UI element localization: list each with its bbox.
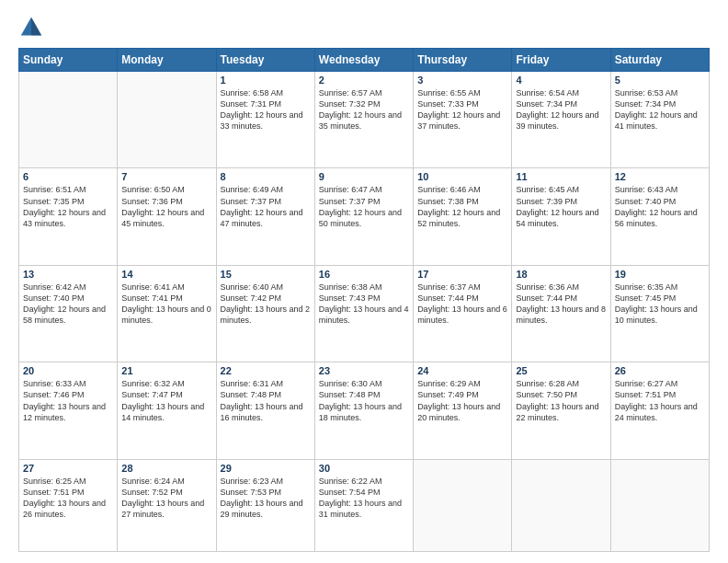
calendar-cell: 24Sunrise: 6:29 AMSunset: 7:49 PMDayligh… [414,362,512,459]
day-info: Sunrise: 6:22 AMSunset: 7:54 PMDaylight:… [319,476,409,521]
calendar-cell: 13Sunrise: 6:42 AMSunset: 7:40 PMDayligh… [19,265,118,362]
day-number: 21 [121,365,211,376]
day-info: Sunrise: 6:37 AMSunset: 7:44 PMDaylight:… [417,282,507,327]
day-number: 10 [417,171,507,182]
calendar-cell: 7Sunrise: 6:50 AMSunset: 7:36 PMDaylight… [118,168,216,265]
calendar-cell: 17Sunrise: 6:37 AMSunset: 7:44 PMDayligh… [414,265,512,362]
calendar-cell: 3Sunrise: 6:55 AMSunset: 7:33 PMDaylight… [414,72,512,168]
calendar-cell: 4Sunrise: 6:54 AMSunset: 7:34 PMDaylight… [512,72,610,168]
day-number: 7 [121,171,211,182]
day-info: Sunrise: 6:29 AMSunset: 7:49 PMDaylight:… [417,378,507,423]
week-row-2: 6Sunrise: 6:51 AMSunset: 7:35 PMDaylight… [19,168,710,265]
weekday-header-tuesday: Tuesday [216,49,314,72]
weekday-header-thursday: Thursday [414,49,512,72]
calendar-cell: 30Sunrise: 6:22 AMSunset: 7:54 PMDayligh… [314,459,413,551]
calendar-cell [19,72,118,168]
calendar-cell: 22Sunrise: 6:31 AMSunset: 7:48 PMDayligh… [216,362,314,459]
day-number: 18 [516,269,606,280]
day-info: Sunrise: 6:42 AMSunset: 7:40 PMDaylight:… [23,282,113,327]
calendar-cell: 18Sunrise: 6:36 AMSunset: 7:44 PMDayligh… [512,265,610,362]
day-info: Sunrise: 6:53 AMSunset: 7:34 PMDaylight:… [615,87,705,132]
calendar-cell: 19Sunrise: 6:35 AMSunset: 7:45 PMDayligh… [610,265,709,362]
day-number: 28 [121,463,211,474]
weekday-header-saturday: Saturday [610,49,709,72]
calendar-cell: 2Sunrise: 6:57 AMSunset: 7:32 PMDaylight… [314,72,413,168]
day-info: Sunrise: 6:30 AMSunset: 7:48 PMDaylight:… [319,378,409,423]
weekday-header-monday: Monday [118,49,216,72]
day-info: Sunrise: 6:46 AMSunset: 7:38 PMDaylight:… [417,184,507,229]
day-info: Sunrise: 6:27 AMSunset: 7:51 PMDaylight:… [615,378,705,423]
day-number: 12 [615,171,705,182]
day-number: 8 [221,171,311,182]
day-number: 14 [121,269,211,280]
day-info: Sunrise: 6:47 AMSunset: 7:37 PMDaylight:… [319,184,409,229]
calendar-cell: 9Sunrise: 6:47 AMSunset: 7:37 PMDaylight… [314,168,413,265]
week-row-3: 13Sunrise: 6:42 AMSunset: 7:40 PMDayligh… [19,265,710,362]
day-info: Sunrise: 6:31 AMSunset: 7:48 PMDaylight:… [221,378,311,423]
header [18,15,710,40]
week-row-5: 27Sunrise: 6:25 AMSunset: 7:51 PMDayligh… [19,459,710,551]
day-number: 17 [417,269,507,280]
week-row-4: 20Sunrise: 6:33 AMSunset: 7:46 PMDayligh… [19,362,710,459]
day-info: Sunrise: 6:50 AMSunset: 7:36 PMDaylight:… [121,184,211,229]
day-number: 23 [319,365,409,376]
weekday-header-row: SundayMondayTuesdayWednesdayThursdayFrid… [19,49,710,72]
day-number: 26 [615,365,705,376]
day-number: 29 [221,463,311,474]
calendar-cell: 29Sunrise: 6:23 AMSunset: 7:53 PMDayligh… [216,459,314,551]
calendar-cell: 25Sunrise: 6:28 AMSunset: 7:50 PMDayligh… [512,362,610,459]
calendar-cell: 12Sunrise: 6:43 AMSunset: 7:40 PMDayligh… [610,168,709,265]
day-number: 3 [417,75,507,86]
calendar-cell [118,72,216,168]
day-number: 25 [516,365,606,376]
day-number: 11 [516,171,606,182]
week-row-1: 1Sunrise: 6:58 AMSunset: 7:31 PMDaylight… [19,72,710,168]
day-info: Sunrise: 6:40 AMSunset: 7:42 PMDaylight:… [221,282,311,327]
day-number: 9 [319,171,409,182]
calendar-cell: 8Sunrise: 6:49 AMSunset: 7:37 PMDaylight… [216,168,314,265]
day-info: Sunrise: 6:45 AMSunset: 7:39 PMDaylight:… [516,184,606,229]
calendar-cell: 14Sunrise: 6:41 AMSunset: 7:41 PMDayligh… [118,265,216,362]
day-number: 19 [615,269,705,280]
weekday-header-wednesday: Wednesday [314,49,413,72]
calendar-cell: 20Sunrise: 6:33 AMSunset: 7:46 PMDayligh… [19,362,118,459]
day-number: 2 [319,75,409,86]
day-info: Sunrise: 6:57 AMSunset: 7:32 PMDaylight:… [319,87,409,132]
day-number: 20 [23,365,113,376]
calendar-cell: 15Sunrise: 6:40 AMSunset: 7:42 PMDayligh… [216,265,314,362]
day-number: 15 [221,269,311,280]
day-info: Sunrise: 6:38 AMSunset: 7:43 PMDaylight:… [319,282,409,327]
svg-marker-1 [31,17,41,36]
day-info: Sunrise: 6:23 AMSunset: 7:53 PMDaylight:… [221,476,311,521]
calendar-cell: 11Sunrise: 6:45 AMSunset: 7:39 PMDayligh… [512,168,610,265]
day-number: 6 [23,171,113,182]
calendar-cell: 28Sunrise: 6:24 AMSunset: 7:52 PMDayligh… [118,459,216,551]
day-info: Sunrise: 6:33 AMSunset: 7:46 PMDaylight:… [23,378,113,423]
day-info: Sunrise: 6:28 AMSunset: 7:50 PMDaylight:… [516,378,606,423]
calendar-cell: 10Sunrise: 6:46 AMSunset: 7:38 PMDayligh… [414,168,512,265]
calendar-cell [512,459,610,551]
page: SundayMondayTuesdayWednesdayThursdayFrid… [0,0,728,563]
day-number: 22 [221,365,311,376]
weekday-header-sunday: Sunday [19,49,118,72]
calendar-cell: 6Sunrise: 6:51 AMSunset: 7:35 PMDaylight… [19,168,118,265]
day-info: Sunrise: 6:54 AMSunset: 7:34 PMDaylight:… [516,87,606,132]
calendar-cell: 27Sunrise: 6:25 AMSunset: 7:51 PMDayligh… [19,459,118,551]
logo-icon [18,15,44,40]
calendar-cell: 23Sunrise: 6:30 AMSunset: 7:48 PMDayligh… [314,362,413,459]
day-number: 13 [23,269,113,280]
calendar-cell [610,459,709,551]
weekday-header-friday: Friday [512,49,610,72]
calendar-cell [414,459,512,551]
day-info: Sunrise: 6:49 AMSunset: 7:37 PMDaylight:… [221,184,311,229]
calendar-cell: 16Sunrise: 6:38 AMSunset: 7:43 PMDayligh… [314,265,413,362]
calendar-cell: 5Sunrise: 6:53 AMSunset: 7:34 PMDaylight… [610,72,709,168]
day-number: 4 [516,75,606,86]
day-info: Sunrise: 6:24 AMSunset: 7:52 PMDaylight:… [121,476,211,521]
day-info: Sunrise: 6:36 AMSunset: 7:44 PMDaylight:… [516,282,606,327]
day-number: 5 [615,75,705,86]
day-info: Sunrise: 6:55 AMSunset: 7:33 PMDaylight:… [417,87,507,132]
calendar-table: SundayMondayTuesdayWednesdayThursdayFrid… [18,48,710,552]
calendar-cell: 1Sunrise: 6:58 AMSunset: 7:31 PMDaylight… [216,72,314,168]
day-info: Sunrise: 6:35 AMSunset: 7:45 PMDaylight:… [615,282,705,327]
